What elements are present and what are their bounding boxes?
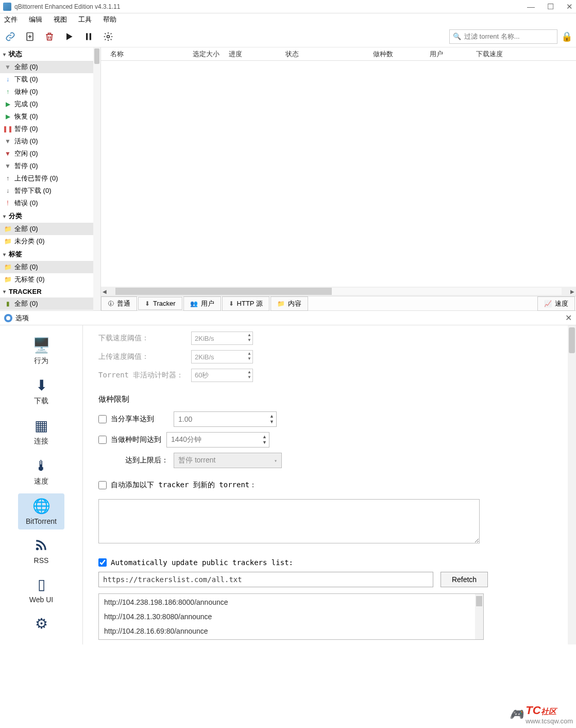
sidebar-item-all[interactable]: ▼全部 (0) [0, 61, 100, 73]
then-label: 达到上限后： [125, 456, 168, 465]
sidebar-item-label: 活动 (0) [14, 137, 38, 146]
col-seeds[interactable]: 做种数 [371, 49, 428, 59]
menu-help[interactable]: 帮助 [101, 14, 118, 25]
sidebar-item-completed[interactable]: ▶完成 (0) [0, 98, 100, 110]
optnav-speed[interactable]: 🌡速度 [18, 453, 64, 490]
tab-http[interactable]: ⬇HTTP 源 [222, 296, 269, 311]
menu-edit[interactable]: 编辑 [27, 14, 44, 25]
ul-threshold-input[interactable]: 2KiB/s▲▼ [191, 350, 253, 363]
col-size[interactable]: 选定大小 [191, 49, 227, 59]
tracker-list-box[interactable]: http://104.238.198.186:8000/announcehttp… [98, 593, 484, 640]
options-close[interactable]: ✕ [565, 313, 572, 323]
resume-button[interactable] [62, 29, 76, 44]
sidebar-scrollbar[interactable] [93, 47, 100, 310]
sidebar-item-tracker-missing[interactable]: ▮缺少 tracker (0) [0, 310, 100, 310]
share-ratio-input[interactable]: 1.00▲▼ [174, 411, 277, 427]
auto-add-tracker-textarea[interactable] [98, 499, 480, 543]
tag-all-icon: 📁 [4, 263, 11, 271]
filter-box[interactable]: 🔍 [449, 29, 557, 44]
tracker-url-item[interactable]: http://104.238.198.186:8000/announce [104, 598, 478, 606]
col-peers[interactable]: 用户 [428, 49, 474, 59]
optnav-downloads[interactable]: ⬇下载 [18, 373, 64, 410]
sidebar-item-label: 暂停 (0) [14, 161, 38, 171]
tracker-all-icon: ▮ [4, 300, 11, 307]
optnav-bittorrent[interactable]: 🌐BitTorrent [18, 493, 64, 530]
sidebar-item-errored[interactable]: !错误 (0) [0, 197, 100, 209]
dl-threshold-input[interactable]: 2KiB/s▲▼ [191, 332, 253, 345]
menu-file[interactable]: 文件 [2, 14, 20, 25]
inactive-input[interactable]: 60秒▲▼ [191, 369, 253, 382]
globe-gear-icon: 🌐 [32, 498, 50, 514]
settings-button[interactable] [101, 29, 115, 44]
completed-icon: ▶ [4, 101, 11, 108]
sidebar-item-seeding[interactable]: ↑做种 (0) [0, 86, 100, 98]
tracker-list-scrollbar[interactable] [475, 594, 483, 639]
col-status[interactable]: 状态 [283, 49, 371, 59]
tab-content[interactable]: 📁内容 [270, 296, 308, 311]
share-ratio-check[interactable]: 当分享率达到 [98, 415, 154, 424]
optnav-advanced[interactable]: ⚙高级 [18, 611, 64, 644]
col-progress[interactable]: 进度 [227, 49, 283, 59]
col-dlspeed[interactable]: 下载速度 [474, 49, 505, 59]
app-title: qBittorrent Enhanced Edition v4.3.1.11 [14, 3, 527, 10]
auto-add-tracker-check[interactable]: 自动添加以下 tracker 到新的 torrent： [98, 481, 257, 490]
sidebar-item-resumed[interactable]: ▶恢复 (0) [0, 110, 100, 123]
sidebar-item-stalled-down[interactable]: ↓暂停下载 (0) [0, 185, 100, 197]
sidebar-item-cat-all[interactable]: 📁全部 (0) [0, 223, 100, 235]
pause-button[interactable] [81, 29, 96, 44]
sidebar-item-tracker-all[interactable]: ▮全部 (0) [0, 297, 100, 310]
tracker-url-item[interactable]: http://104.28.16.69:80/announce [104, 627, 478, 635]
sidebar-item-paused[interactable]: ❚❚暂停 (0) [0, 123, 100, 135]
sidebar-item-cat-none[interactable]: 📁未分类 (0) [0, 235, 100, 247]
tab-tracker[interactable]: ⬇Tracker [138, 297, 182, 310]
tab-speed[interactable]: 📈速度 [537, 296, 575, 311]
tab-general[interactable]: 🛈普通 [101, 296, 137, 311]
sidebar-tracker-header[interactable]: TRACKER [0, 286, 100, 297]
download-icon: ⬇ [36, 377, 47, 393]
sidebar-tag-header[interactable]: 标签 [0, 247, 100, 261]
sidebar-item-tag-all[interactable]: 📁全部 (0) [0, 261, 100, 273]
add-file-button[interactable] [23, 29, 37, 44]
minimize-button[interactable]: — [527, 2, 535, 11]
maximize-button[interactable]: ☐ [547, 2, 554, 11]
sidebar-item-label: 恢复 (0) [14, 112, 38, 121]
optnav-rss[interactable]: RSS [18, 533, 64, 569]
optnav-connection[interactable]: ▦连接 [18, 413, 64, 450]
then-dropdown[interactable]: 暂停 torrent [174, 453, 282, 468]
refetch-button[interactable]: Refetch [441, 572, 488, 587]
tracker-url-item[interactable]: http://104.28.1.30:8080/announce [104, 613, 478, 621]
sidebar-item-stalled-up[interactable]: ↑上传已暂停 (0) [0, 172, 100, 185]
cat-all-icon: 📁 [4, 225, 11, 233]
sidebar-item-tag-none[interactable]: 📁无标签 (0) [0, 273, 100, 286]
downloading-icon: ↓ [4, 76, 11, 83]
sidebar-item-active[interactable]: ▼活动 (0) [0, 135, 100, 147]
stalled-down-icon: ↓ [4, 187, 11, 194]
sidebar-item-downloading[interactable]: ↓下载 (0) [0, 73, 100, 86]
sidebar-item-label: 上传已暂停 (0) [14, 174, 58, 183]
sidebar-item-inactive[interactable]: ▼空闲 (0) [0, 147, 100, 160]
tracker-url-input[interactable] [98, 572, 433, 587]
sidebar-status-header[interactable]: 状态 [0, 47, 100, 61]
seed-time-check[interactable]: 当做种时间达到 [98, 435, 161, 444]
tab-peers[interactable]: 👥用户 [183, 296, 221, 311]
col-name[interactable]: 名称 [108, 49, 191, 59]
filter-input[interactable] [464, 32, 554, 40]
seeding-icon: ↑ [4, 88, 11, 95]
torrent-list[interactable] [101, 61, 576, 287]
sidebar-category-header[interactable]: 分类 [0, 209, 100, 223]
menu-view[interactable]: 视图 [52, 14, 69, 25]
h-scrollbar[interactable]: ◀▶ [101, 287, 576, 296]
search-icon: 🔍 [453, 32, 461, 40]
close-button[interactable]: ✕ [566, 2, 573, 11]
lock-icon[interactable]: 🔒 [561, 30, 573, 43]
delete-button[interactable] [42, 29, 57, 44]
sidebar-item-stalled[interactable]: ▼暂停 (0) [0, 160, 100, 172]
svg-point-4 [36, 548, 39, 550]
menu-tools[interactable]: 工具 [76, 14, 94, 25]
optnav-webui[interactable]: ▯Web UI [18, 572, 64, 608]
auto-update-trackers-check[interactable]: Automatically update public trackers lis… [98, 558, 293, 567]
seed-time-input[interactable]: 1440分钟▲▼ [166, 432, 269, 448]
optnav-behavior[interactable]: 🖥️行为 [18, 333, 64, 370]
options-scrollbar[interactable] [568, 325, 576, 644]
add-link-button[interactable] [3, 29, 18, 44]
